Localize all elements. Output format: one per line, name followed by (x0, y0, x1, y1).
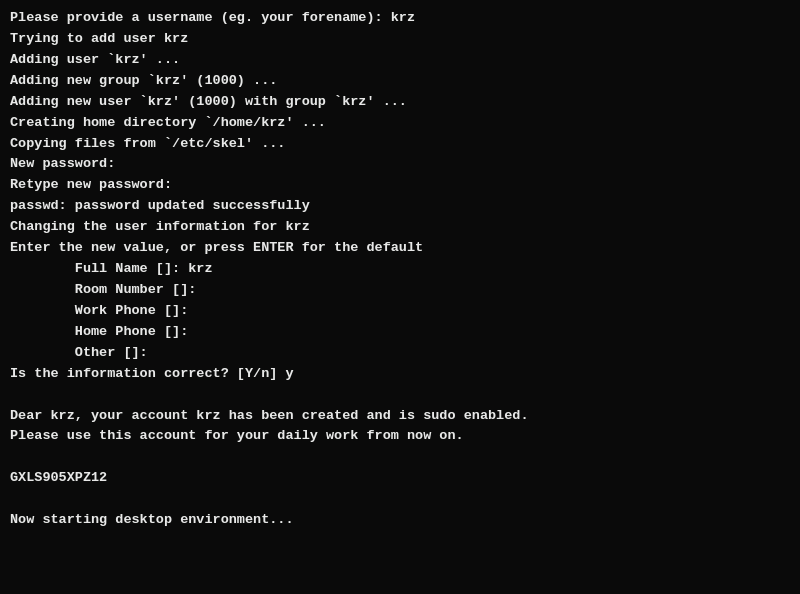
terminal-screen: Please provide a username (eg. your fore… (0, 0, 800, 594)
terminal-line: Changing the user information for krz (10, 217, 790, 238)
terminal-line: Enter the new value, or press ENTER for … (10, 238, 790, 259)
terminal-line: New password: (10, 154, 790, 175)
terminal-line: passwd: password updated successfully (10, 196, 790, 217)
terminal-line (10, 447, 790, 468)
terminal-line: Adding user `krz' ... (10, 50, 790, 71)
terminal-line: Now starting desktop environment... (10, 510, 790, 531)
terminal-line: Trying to add user krz (10, 29, 790, 50)
terminal-line: Is the information correct? [Y/n] y (10, 364, 790, 385)
terminal-line: Creating home directory `/home/krz' ... (10, 113, 790, 134)
terminal-line: Adding new user `krz' (1000) with group … (10, 92, 790, 113)
terminal-line: Adding new group `krz' (1000) ... (10, 71, 790, 92)
terminal-line: Please use this account for your daily w… (10, 426, 790, 447)
terminal-line: Other []: (10, 343, 790, 364)
terminal-line: Retype new password: (10, 175, 790, 196)
terminal-line: GXLS905XPZ12 (10, 468, 790, 489)
terminal-line: Copying files from `/etc/skel' ... (10, 134, 790, 155)
terminal-line: Home Phone []: (10, 322, 790, 343)
terminal-line (10, 489, 790, 510)
terminal-line: Work Phone []: (10, 301, 790, 322)
terminal-line: Full Name []: krz (10, 259, 790, 280)
terminal-line: Please provide a username (eg. your fore… (10, 8, 790, 29)
terminal-line: Dear krz, your account krz has been crea… (10, 406, 790, 427)
terminal-line: Room Number []: (10, 280, 790, 301)
terminal-line (10, 385, 790, 406)
